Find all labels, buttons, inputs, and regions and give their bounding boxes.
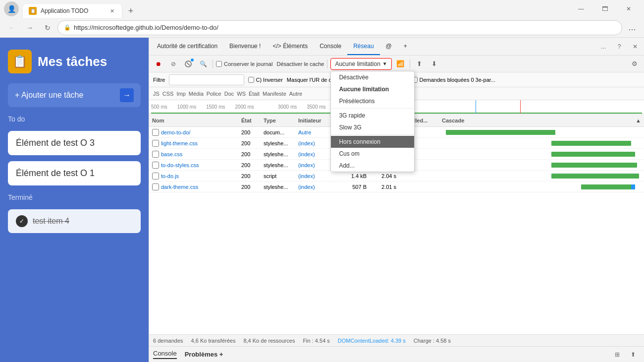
tab-network[interactable]: Réseau <box>347 38 379 55</box>
filter-input[interactable] <box>169 74 244 85</box>
col-header-type[interactable]: Type <box>261 118 295 123</box>
done-task-text-1: test item 4 <box>33 217 69 226</box>
console-tab-button[interactable]: Console <box>153 350 177 359</box>
row3-checkbox[interactable] <box>152 151 159 158</box>
throttle-option-add[interactable]: Add... <box>331 160 414 172</box>
row5-status: 200 <box>238 173 261 179</box>
browser-window: 👤 📋 Application TODO ✕ + — 🗖 ✕ ← → ↻ 🔒 h… <box>0 0 644 362</box>
navigation-bar: ← → ↻ 🔒 https://microsoftedge.github.io/… <box>0 18 644 38</box>
toolbar-separator-2 <box>327 60 327 68</box>
row1-cascade <box>439 127 644 137</box>
done-task-item-1[interactable]: ✓ test item 4 <box>8 209 141 233</box>
row5-name-text: to-do.js <box>161 173 179 179</box>
search-button[interactable]: 🔍 <box>197 58 210 70</box>
col-header-status[interactable]: État <box>238 118 261 123</box>
throttle-separator-2 <box>331 134 414 135</box>
row2-checkbox[interactable] <box>152 140 159 147</box>
invert-checkbox[interactable] <box>248 77 254 83</box>
row1-checkbox[interactable] <box>152 129 159 136</box>
type-filter-all: JS <box>153 91 160 97</box>
blocked-requests-label: Demandes bloquées 0 3e-par... <box>419 77 495 83</box>
maximize-button[interactable]: 🗖 <box>593 1 616 16</box>
row6-time: 2.01 s <box>370 184 399 190</box>
row5-initiator[interactable]: (index) <box>295 173 340 179</box>
network-row-6[interactable]: dark-theme.css 200 styleshe... (index) 5… <box>149 181 644 192</box>
bottom-right-actions: ⊞ ⬆ <box>610 349 640 361</box>
row5-time: 2.04 s <box>370 173 399 179</box>
refresh-button[interactable]: ↻ <box>40 20 55 36</box>
throttle-label: Aucune limitation <box>335 60 380 67</box>
row6-initiator-text: (index) <box>298 184 315 190</box>
invert-label: C) Inverser <box>256 77 282 83</box>
add-task-arrow-icon: → <box>120 88 134 102</box>
network-row-5[interactable]: to-do.js 200 script (index) 1.4 kB 2.04 … <box>149 171 644 181</box>
throttle-option-offline[interactable]: Hors connexion <box>331 136 414 148</box>
tab-network-label: Réseau <box>353 43 374 50</box>
tab-console[interactable]: Console <box>314 38 347 55</box>
tab-bienvenue[interactable]: Bienvenue ! <box>223 38 267 55</box>
throttle-option-disabled[interactable]: Désactivée <box>331 71 414 83</box>
browser-more-button[interactable]: ... <box>624 20 640 36</box>
back-button[interactable]: ← <box>4 20 20 36</box>
record-button[interactable]: ⏺ <box>152 58 165 70</box>
problems-button[interactable]: Problèmes + <box>185 351 223 358</box>
done-section-label: Terminé <box>8 191 141 203</box>
minimize-button[interactable]: — <box>570 1 592 16</box>
network-conditions-button[interactable]: 📶 <box>394 58 407 70</box>
address-bar[interactable]: 🔒 https://microsoftedge.github.io/Demos/… <box>57 20 622 35</box>
import-har-button[interactable]: ⬆ <box>413 58 426 70</box>
export-har-button[interactable]: ⬇ <box>428 58 441 70</box>
row5-checkbox[interactable] <box>152 173 159 180</box>
throttle-option-none[interactable]: Aucune limitation <box>331 83 414 95</box>
row6-checkbox[interactable] <box>152 183 159 190</box>
todo-sidebar: 📋 Mes tâches + Ajouter une tâche → To do… <box>0 38 149 362</box>
throttle-option-3g-slow[interactable]: Slow 3G <box>331 121 414 133</box>
row5-cascade-bar <box>551 174 639 179</box>
timeline-red-marker <box>520 100 521 114</box>
devtools-close-button[interactable]: ✕ <box>628 40 642 54</box>
tab-plus[interactable]: + <box>398 38 413 55</box>
tab-certification[interactable]: Autorité de certification <box>151 38 223 55</box>
todo-section-label: To do <box>8 113 141 125</box>
undock-button[interactable]: ⊞ <box>610 349 624 361</box>
invert-filter-checkbox[interactable]: C) Inverser <box>248 77 282 83</box>
col-header-name[interactable]: Nom <box>149 118 238 123</box>
task-item-1[interactable]: Élément de test O 3 <box>8 131 141 155</box>
blocked-requests-checkbox[interactable]: Demandes bloquées 0 3e-par... <box>412 77 495 83</box>
devtools-help-button[interactable]: ? <box>612 40 626 54</box>
row4-checkbox[interactable] <box>152 162 159 169</box>
throttle-dropdown[interactable]: Aucune limitation ▼ <box>330 58 391 70</box>
row5-type: script <box>261 173 295 179</box>
status-transferred: 4,6 Ko transférées <box>191 338 236 344</box>
status-load: Charge : 4.58 s <box>414 338 451 344</box>
close-button[interactable]: ✕ <box>617 1 640 16</box>
devtools-more-button[interactable]: ... <box>596 40 610 54</box>
row6-name: dark-theme.css <box>149 183 238 190</box>
row3-name: base.css <box>149 151 238 158</box>
row5-initiator-link: (index) <box>298 173 315 179</box>
row1-name: demo-to-do/ <box>149 129 238 136</box>
task-item-2[interactable]: Élément de test O 1 <box>8 161 141 185</box>
active-tab[interactable]: 📋 Application TODO ✕ <box>23 4 122 18</box>
tab-elements[interactable]: </> Éléments <box>267 38 314 55</box>
row4-type: styleshe... <box>261 162 295 168</box>
preserve-log-checkbox[interactable] <box>216 61 222 67</box>
throttle-option-custom[interactable]: Cus om <box>331 148 414 160</box>
row3-status: 200 <box>238 151 261 157</box>
stop-button[interactable]: ⊘ <box>167 58 180 70</box>
clear-button[interactable] <box>182 58 195 70</box>
forward-button[interactable]: → <box>22 20 38 36</box>
tab-at[interactable]: @ <box>380 38 398 55</box>
new-tab-button[interactable]: + <box>124 4 138 18</box>
profile-button[interactable]: 👤 <box>4 1 19 16</box>
window-controls: — 🗖 ✕ <box>570 1 640 16</box>
tab-close-button[interactable]: ✕ <box>108 7 116 15</box>
network-settings-button[interactable]: ⚙ <box>628 58 641 70</box>
lock-icon: 🔒 <box>64 24 71 31</box>
throttle-option-presets[interactable]: Présélections <box>331 95 414 107</box>
disable-cache-label: Désactiver le cache <box>276 61 324 67</box>
dock-button[interactable]: ⬆ <box>626 349 640 361</box>
add-task-button[interactable]: + Ajouter une tâche → <box>8 83 141 107</box>
throttle-option-3g-fast[interactable]: 3G rapide <box>331 110 414 121</box>
col-header-cascade[interactable]: Cascade ▲ <box>439 118 644 123</box>
